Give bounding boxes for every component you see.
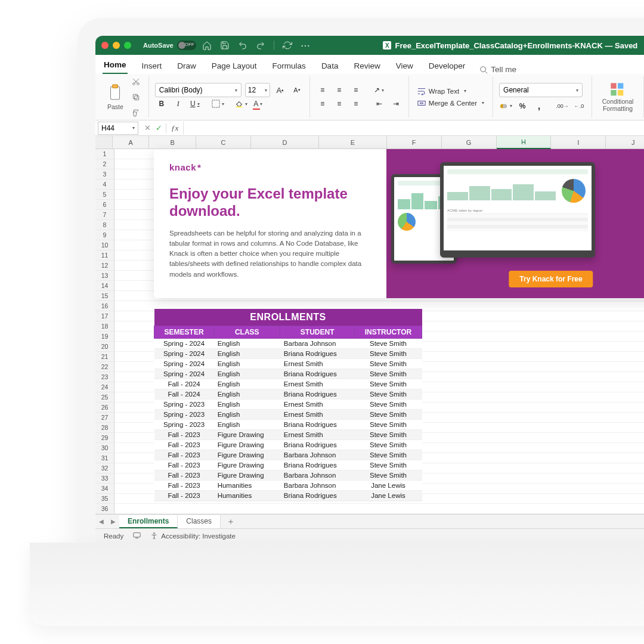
row-header[interactable]: 2 <box>95 159 114 169</box>
table-row[interactable]: Spring - 2023EnglishErnest SmithSteve Sm… <box>154 410 422 420</box>
tab-formulas[interactable]: Formulas <box>271 58 307 74</box>
column-header-A[interactable]: A <box>113 136 149 149</box>
font-color-button[interactable]: A <box>252 97 265 110</box>
prev-sheet-icon[interactable]: ◀ <box>95 518 107 525</box>
row-header[interactable]: 24 <box>95 382 114 392</box>
enrollments-table[interactable]: ENROLLMENTS SEMESTERCLASSSTUDENTINSTRUCT… <box>154 309 422 501</box>
tab-developer[interactable]: Developer <box>428 58 467 74</box>
table-cell[interactable]: Steve Smith <box>354 430 422 440</box>
tab-insert[interactable]: Insert <box>141 58 163 74</box>
table-cell[interactable]: Fall - 2023 <box>154 440 214 450</box>
table-cell[interactable]: English <box>214 379 280 389</box>
row-header[interactable]: 28 <box>95 423 114 433</box>
table-cell[interactable]: Spring - 2024 <box>154 369 214 379</box>
row-header[interactable]: 9 <box>95 230 114 240</box>
column-header-D[interactable]: D <box>251 136 319 149</box>
table-cell[interactable]: Briana Rodrigues <box>280 440 355 450</box>
underline-button[interactable]: U <box>188 97 202 110</box>
row-header[interactable]: 7 <box>95 210 114 220</box>
fx-icon[interactable]: ƒx <box>166 123 183 133</box>
table-row[interactable]: Fall - 2023Figure DrawingErnest SmithSte… <box>154 430 422 440</box>
bold-button[interactable]: B <box>155 97 168 110</box>
table-cell[interactable]: Briana Rodrigues <box>280 491 355 501</box>
decrease-font-icon[interactable]: A▾ <box>290 83 304 97</box>
formula-input[interactable] <box>183 122 644 135</box>
table-row[interactable]: Fall - 2023HumanitiesBriana RodriguesJan… <box>154 491 422 501</box>
row-header[interactable]: 32 <box>95 463 114 473</box>
table-cell[interactable]: English <box>214 339 280 349</box>
row-header[interactable]: 35 <box>95 494 114 504</box>
table-cell[interactable]: Steve Smith <box>354 410 422 420</box>
table-row[interactable]: Fall - 2023Figure DrawingBarbara Johnson… <box>154 470 422 481</box>
toggle-switch[interactable]: OFF <box>177 41 196 50</box>
row-header[interactable]: 8 <box>95 220 114 230</box>
column-header-E[interactable]: E <box>319 136 387 149</box>
row-header[interactable]: 22 <box>95 362 114 372</box>
tab-review[interactable]: Review <box>352 58 381 74</box>
tab-page-layout[interactable]: Page Layout <box>210 58 258 74</box>
undo-icon[interactable] <box>238 41 247 50</box>
close-icon[interactable] <box>101 42 109 49</box>
column-header-J[interactable]: J <box>606 136 644 149</box>
currency-button[interactable] <box>499 100 512 113</box>
table-cell[interactable]: Ernest Smith <box>280 410 355 420</box>
table-cell[interactable]: Briana Rodrigues <box>280 369 355 379</box>
table-cell[interactable]: Steve Smith <box>354 440 422 450</box>
row-header[interactable]: 30 <box>95 443 114 453</box>
row-header[interactable]: 13 <box>95 271 114 281</box>
format-painter-button[interactable] <box>129 106 143 119</box>
table-cell[interactable]: Steve Smith <box>354 339 422 349</box>
table-header[interactable]: STUDENT <box>280 326 355 339</box>
table-row[interactable]: Fall - 2023Figure DrawingBriana Rodrigue… <box>154 440 422 450</box>
borders-button[interactable] <box>212 97 225 110</box>
table-cell[interactable]: Steve Smith <box>354 389 422 400</box>
table-cell[interactable]: Barbara Johnson <box>280 339 355 349</box>
table-cell[interactable]: Barbara Johnson <box>280 450 355 460</box>
table-cell[interactable]: Steve Smith <box>354 369 422 379</box>
table-cell[interactable]: Fall - 2023 <box>154 430 214 440</box>
row-header[interactable]: 19 <box>95 332 114 342</box>
redo-icon[interactable] <box>256 41 265 50</box>
font-name-dropdown[interactable]: Calibri (Body)▾ <box>155 83 242 97</box>
row-header[interactable]: 14 <box>95 281 114 291</box>
column-header-H[interactable]: H <box>497 136 552 149</box>
row-header[interactable]: 31 <box>95 453 114 463</box>
fullscreen-icon[interactable] <box>124 42 131 49</box>
copy-button[interactable] <box>129 91 143 104</box>
table-cell[interactable]: Steve Smith <box>354 349 422 359</box>
table-cell[interactable]: Fall - 2023 <box>154 481 214 491</box>
orientation-button[interactable]: ↗ <box>373 83 386 97</box>
table-cell[interactable]: English <box>214 410 280 420</box>
table-row[interactable]: Spring - 2023EnglishErnest SmithSteve Sm… <box>154 400 422 410</box>
table-cell[interactable]: Steve Smith <box>354 450 422 460</box>
fill-color-button[interactable] <box>235 97 248 110</box>
sync-icon[interactable] <box>283 41 292 50</box>
table-row[interactable]: Fall - 2023Figure DrawingBarbara Johnson… <box>154 450 422 460</box>
table-cell[interactable]: Barbara Johnson <box>280 470 355 481</box>
select-all-corner[interactable] <box>95 136 113 149</box>
wrap-text-button[interactable]: Wrap Text <box>415 86 487 97</box>
add-sheet-button[interactable]: ＋ <box>221 516 241 527</box>
table-row[interactable]: Spring - 2024EnglishErnest SmithSteve Sm… <box>154 359 422 369</box>
table-cell[interactable]: Spring - 2023 <box>154 400 214 410</box>
row-header[interactable]: 34 <box>95 484 114 494</box>
table-cell[interactable]: Briana Rodrigues <box>280 389 355 400</box>
row-header[interactable]: 36 <box>95 504 114 514</box>
table-cell[interactable]: Spring - 2024 <box>154 359 214 369</box>
tab-draw[interactable]: Draw <box>176 58 197 74</box>
row-header[interactable]: 20 <box>95 342 114 352</box>
align-middle-icon[interactable]: ≡ <box>333 83 346 97</box>
table-cell[interactable]: Humanities <box>214 481 280 491</box>
row-header[interactable]: 16 <box>95 301 114 311</box>
tell-me-search[interactable]: Tell me <box>479 65 516 74</box>
number-format-dropdown[interactable]: General▾ <box>499 83 583 97</box>
decrease-indent-icon[interactable]: ⇤ <box>373 97 386 110</box>
spreadsheet-grid[interactable]: ABCDEFGHIJK 1234567891011121314151617181… <box>95 136 644 514</box>
table-cell[interactable]: Fall - 2023 <box>154 450 214 460</box>
autosave-toggle[interactable]: AutoSave OFF <box>143 41 196 50</box>
column-header-C[interactable]: C <box>196 136 251 149</box>
table-cell[interactable]: English <box>214 389 280 400</box>
accessibility-status[interactable]: Accessibility: Investigate <box>150 532 236 540</box>
merge-center-button[interactable]: Merge & Center <box>415 98 487 109</box>
row-header[interactable]: 12 <box>95 261 114 271</box>
